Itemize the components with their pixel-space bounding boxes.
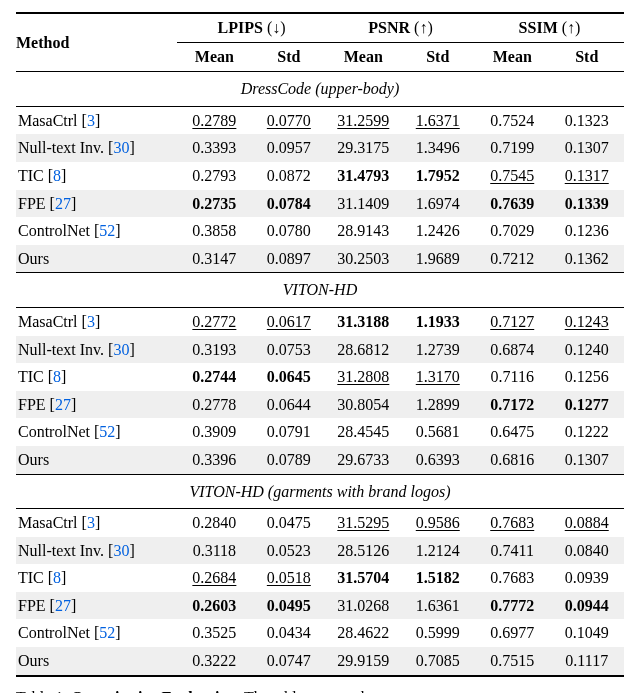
value-cell: 31.5704 — [326, 564, 400, 592]
sub-std: Std — [549, 42, 624, 72]
value-cell: 0.7545 — [475, 162, 549, 190]
col-psnr: PSNR (↑) — [326, 13, 475, 42]
table-row: MasaCtrl [3]0.27890.077031.25991.63710.7… — [16, 106, 624, 134]
value-cell: 0.1307 — [549, 446, 624, 474]
value-cell: 0.0957 — [252, 134, 326, 162]
value-cell: 29.9159 — [326, 647, 400, 676]
method-cell: MasaCtrl [3] — [16, 307, 177, 335]
value-cell: 0.1256 — [549, 363, 624, 391]
method-cell: ControlNet [52] — [16, 217, 177, 245]
citation[interactable]: 27 — [55, 396, 71, 413]
value-cell: 31.2599 — [326, 106, 400, 134]
citation[interactable]: 52 — [99, 423, 115, 440]
value-cell: 0.7085 — [401, 647, 475, 676]
value-cell: 0.0944 — [549, 592, 624, 620]
value-cell: 31.3188 — [326, 307, 400, 335]
method-cell: Null-text Inv. [30] — [16, 336, 177, 364]
method-cell: ControlNet [52] — [16, 418, 177, 446]
citation[interactable]: 52 — [99, 222, 115, 239]
value-cell: 0.7683 — [475, 564, 549, 592]
value-cell: 0.1307 — [549, 134, 624, 162]
citation[interactable]: 3 — [87, 112, 95, 129]
sub-mean: Mean — [326, 42, 400, 72]
table-row: Ours0.31470.089730.25031.96890.72120.136… — [16, 245, 624, 273]
value-cell: 0.6977 — [475, 619, 549, 647]
value-cell: 1.2899 — [401, 391, 475, 419]
citation[interactable]: 27 — [55, 195, 71, 212]
value-cell: 1.7952 — [401, 162, 475, 190]
value-cell: 1.2124 — [401, 537, 475, 565]
value-cell: 0.2684 — [177, 564, 251, 592]
value-cell: 0.1317 — [549, 162, 624, 190]
value-cell: 0.0791 — [252, 418, 326, 446]
method-cell: Null-text Inv. [30] — [16, 537, 177, 565]
citation[interactable]: 30 — [113, 139, 129, 156]
method-cell: MasaCtrl [3] — [16, 509, 177, 537]
citation[interactable]: 8 — [53, 167, 61, 184]
value-cell: 0.2840 — [177, 509, 251, 537]
method-cell: FPE [27] — [16, 391, 177, 419]
citation[interactable]: 3 — [87, 514, 95, 531]
citation[interactable]: 52 — [99, 624, 115, 641]
value-cell: 0.1049 — [549, 619, 624, 647]
citation[interactable]: 8 — [53, 368, 61, 385]
value-cell: 0.7199 — [475, 134, 549, 162]
value-cell: 28.4545 — [326, 418, 400, 446]
value-cell: 0.2778 — [177, 391, 251, 419]
table-row: FPE [27]0.27350.078431.14091.69740.76390… — [16, 190, 624, 218]
value-cell: 0.5681 — [401, 418, 475, 446]
table-row: FPE [27]0.27780.064430.80541.28990.71720… — [16, 391, 624, 419]
method-cell: ControlNet [52] — [16, 619, 177, 647]
value-cell: 0.2789 — [177, 106, 251, 134]
value-cell: 0.0644 — [252, 391, 326, 419]
value-cell: 0.6393 — [401, 446, 475, 474]
citation[interactable]: 3 — [87, 313, 95, 330]
value-cell: 0.3193 — [177, 336, 251, 364]
value-cell: 0.7116 — [475, 363, 549, 391]
value-cell: 28.5126 — [326, 537, 400, 565]
citation[interactable]: 30 — [113, 341, 129, 358]
value-cell: 0.2735 — [177, 190, 251, 218]
citation[interactable]: 8 — [53, 569, 61, 586]
method-cell: Ours — [16, 245, 177, 273]
table-row: ControlNet [52]0.39090.079128.45450.5681… — [16, 418, 624, 446]
value-cell: 0.0770 — [252, 106, 326, 134]
value-cell: 0.2772 — [177, 307, 251, 335]
value-cell: 0.0645 — [252, 363, 326, 391]
table-caption: Table 1. Quantitative Evaluation. The ta… — [16, 689, 624, 693]
value-cell: 0.0518 — [252, 564, 326, 592]
value-cell: 0.0789 — [252, 446, 326, 474]
value-cell: 0.1240 — [549, 336, 624, 364]
value-cell: 0.0939 — [549, 564, 624, 592]
citation[interactable]: 30 — [113, 542, 129, 559]
value-cell: 1.1933 — [401, 307, 475, 335]
table-row: Null-text Inv. [30]0.31180.052328.51261.… — [16, 537, 624, 565]
value-cell: 0.0872 — [252, 162, 326, 190]
value-cell: 31.1409 — [326, 190, 400, 218]
value-cell: 29.6733 — [326, 446, 400, 474]
value-cell: 31.2808 — [326, 363, 400, 391]
citation[interactable]: 27 — [55, 597, 71, 614]
value-cell: 0.0475 — [252, 509, 326, 537]
value-cell: 0.1323 — [549, 106, 624, 134]
method-cell: Null-text Inv. [30] — [16, 134, 177, 162]
table-row: MasaCtrl [3]0.28400.047531.52950.95860.7… — [16, 509, 624, 537]
value-cell: 0.7515 — [475, 647, 549, 676]
value-cell: 1.3170 — [401, 363, 475, 391]
value-cell: 0.9586 — [401, 509, 475, 537]
value-cell: 0.0840 — [549, 537, 624, 565]
col-ssim: SSIM (↑) — [475, 13, 624, 42]
value-cell: 0.0780 — [252, 217, 326, 245]
value-cell: 0.0897 — [252, 245, 326, 273]
value-cell: 0.6475 — [475, 418, 549, 446]
value-cell: 0.7212 — [475, 245, 549, 273]
value-cell: 28.4622 — [326, 619, 400, 647]
value-cell: 0.2793 — [177, 162, 251, 190]
method-cell: MasaCtrl [3] — [16, 106, 177, 134]
sub-mean: Mean — [177, 42, 251, 72]
value-cell: 0.6874 — [475, 336, 549, 364]
value-cell: 1.3496 — [401, 134, 475, 162]
section-header: DressCode (upper-body) — [16, 72, 624, 107]
value-cell: 0.0495 — [252, 592, 326, 620]
table-row: Null-text Inv. [30]0.31930.075328.68121.… — [16, 336, 624, 364]
